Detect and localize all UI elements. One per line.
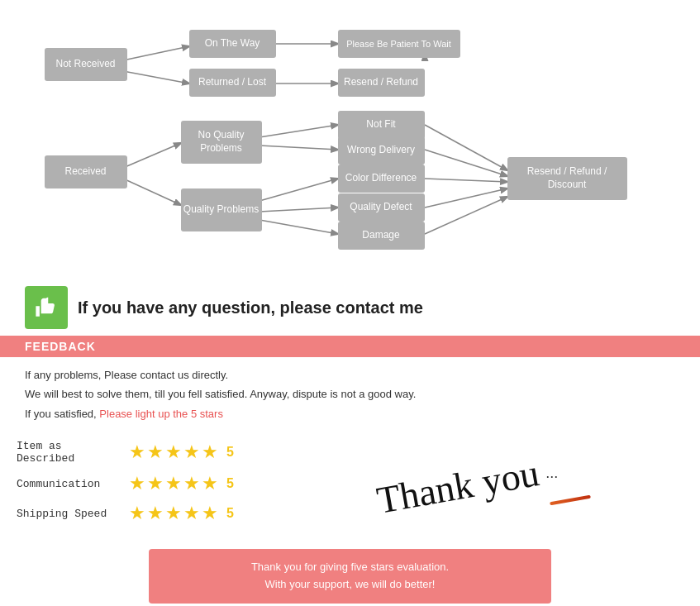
ellipsis: ... [545,465,558,481]
quality-problems-box: Quality Problems [181,188,262,231]
feedback-text: If any problems, Please contact us direc… [0,357,700,432]
stars-display-communication: ★ ★ ★ ★ ★ [129,473,218,494]
star-s3: ★ [165,503,182,524]
banner-line1: Thank you for giving five stars evaluati… [165,559,535,576]
stars-display-described: ★ ★ ★ ★ ★ [129,441,218,463]
star-4: ★ [183,441,200,463]
flow-container: Not Received On The Way Returned / Lost … [28,15,673,271]
stars-table: Item as Described ★ ★ ★ ★ ★ 5 Communicat… [17,440,234,532]
returned-lost-box: Returned / Lost [189,69,276,97]
svg-line-13 [425,150,507,176]
svg-line-5 [123,143,181,168]
thumbs-icon [25,286,68,329]
color-diff-box: Color Difference [338,165,425,193]
not-received-box: Not Received [45,48,127,81]
be-patient-box: Please Be Patient To Wait [338,30,460,58]
star-row-communication: Communication ★ ★ ★ ★ ★ 5 [17,473,234,494]
question-text: If you have any question, please contact… [78,298,423,317]
star-5: ★ [202,441,218,463]
wrong-delivery-box: Wrong Delivery [338,136,425,165]
star-row-shipping: Shipping Speed ★ ★ ★ ★ ★ 5 [17,503,234,524]
star-s5: ★ [202,503,218,524]
svg-line-9 [260,179,338,201]
star-3: ★ [165,441,182,463]
svg-line-8 [260,146,338,150]
svg-line-15 [425,188,507,208]
svg-line-7 [260,125,338,137]
on-the-way-box: On The Way [189,30,276,58]
star-label-shipping: Shipping Speed [17,508,124,520]
quality-defect-box: Quality Defect [338,193,425,222]
question-bar: If you have any question, please contact… [0,279,700,336]
thank-you-area: Thank you ... [250,440,683,532]
feedback-line3-highlight: Please light up the 5 stars [99,408,223,420]
resend-refund-top-box: Resend / Refund [338,69,425,97]
star-s4: ★ [183,503,200,524]
feedback-line3: If you satisfied, Please light up the 5 … [25,404,675,423]
svg-line-12 [425,125,507,170]
svg-line-10 [260,208,338,212]
star-c3: ★ [165,473,182,494]
feedback-line1: If any problems, Please contact us direc… [25,365,675,384]
star-c5: ★ [202,473,218,494]
star-s2: ★ [147,503,164,524]
star-c1: ★ [129,473,145,494]
received-box: Received [45,155,127,188]
star-count-described: 5 [226,445,234,460]
pen-stroke [550,494,591,505]
star-c4: ★ [183,473,200,494]
flowchart-section: Not Received On The Way Returned / Lost … [0,0,700,279]
star-2: ★ [147,441,164,463]
star-label-described: Item as Described [17,440,124,465]
not-fit-box: Not Fit [338,111,425,139]
stars-section: Item as Described ★ ★ ★ ★ ★ 5 Communicat… [0,432,700,541]
star-count-shipping: 5 [226,506,234,521]
star-1: ★ [129,441,145,463]
feedback-line3-plain: If you satisfied, [25,408,97,420]
star-c2: ★ [147,473,164,494]
damage-box: Damage [338,222,425,250]
thank-you-banner: Thank you for giving five stars evaluati… [149,549,551,604]
star-s1: ★ [129,503,145,524]
svg-line-6 [123,179,181,205]
resend-refund-discount-box: Resend / Refund / Discount [507,157,627,200]
stars-display-shipping: ★ ★ ★ ★ ★ [129,503,218,524]
banner-line2: With your support, we will do better! [165,576,535,594]
svg-line-16 [425,197,507,234]
svg-line-0 [123,46,189,60]
star-row-described: Item as Described ★ ★ ★ ★ ★ 5 [17,440,234,465]
feedback-line2: We will best to solve them, till you fel… [25,384,675,403]
feedback-header: FEEDBACK [0,336,700,357]
star-label-communication: Communication [17,478,124,490]
thank-you-script: Thank you [374,451,542,522]
star-count-communication: 5 [226,476,234,491]
no-quality-box: No Quality Problems [181,121,262,164]
svg-line-11 [260,220,338,234]
svg-line-14 [425,179,507,182]
svg-line-1 [123,71,189,84]
